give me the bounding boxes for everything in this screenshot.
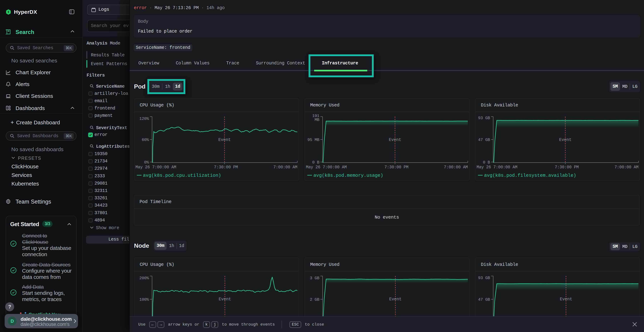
svg-text:100%: 100% [139, 297, 149, 302]
svg-text:May 26 7:00:00 AM: May 26 7:00:00 AM [306, 165, 347, 170]
svg-text:May 26 7:00:00 AM: May 26 7:00:00 AM [136, 165, 176, 170]
svg-text:May 26 7:00:00 AM: May 26 7:00:00 AM [476, 165, 517, 170]
svg-text:93 GB: 93 GB [478, 276, 490, 280]
svg-text:Event: Event [219, 297, 231, 302]
svg-text:7:00:00 AM: 7:00:00 AM [273, 165, 297, 170]
svg-text:0 B: 0 B [483, 160, 490, 165]
svg-text:Event: Event [389, 138, 401, 142]
svg-text:0%: 0% [144, 160, 149, 165]
svg-text:93 GB: 93 GB [478, 116, 490, 120]
svg-text:3 GB: 3 GB [310, 276, 319, 280]
svg-text:7:00:00 AM: 7:00:00 AM [444, 165, 468, 170]
svg-text:Event: Event [389, 297, 402, 302]
svg-text:Event: Event [559, 138, 572, 142]
svg-text:MB: MB [314, 118, 319, 122]
svg-text:2 GB: 2 GB [310, 297, 319, 302]
svg-text:7:30:00 PM: 7:30:00 PM [214, 165, 238, 170]
svg-text:95 MB: 95 MB [308, 138, 319, 142]
svg-text:Event: Event [218, 138, 231, 142]
svg-text:7:30:00 PM: 7:30:00 PM [384, 165, 408, 170]
svg-text:120%: 120% [139, 116, 149, 121]
svg-text:60%: 60% [142, 138, 149, 142]
svg-text:47 GB: 47 GB [478, 138, 490, 142]
svg-text:200%: 200% [139, 276, 149, 280]
svg-text:7:00:00 AM: 7:00:00 AM [614, 165, 638, 170]
svg-text:Event: Event [560, 297, 572, 302]
svg-text:47 GB: 47 GB [478, 297, 490, 302]
svg-text:0 B: 0 B [312, 160, 319, 165]
svg-text:7:30:00 PM: 7:30:00 PM [555, 165, 579, 170]
